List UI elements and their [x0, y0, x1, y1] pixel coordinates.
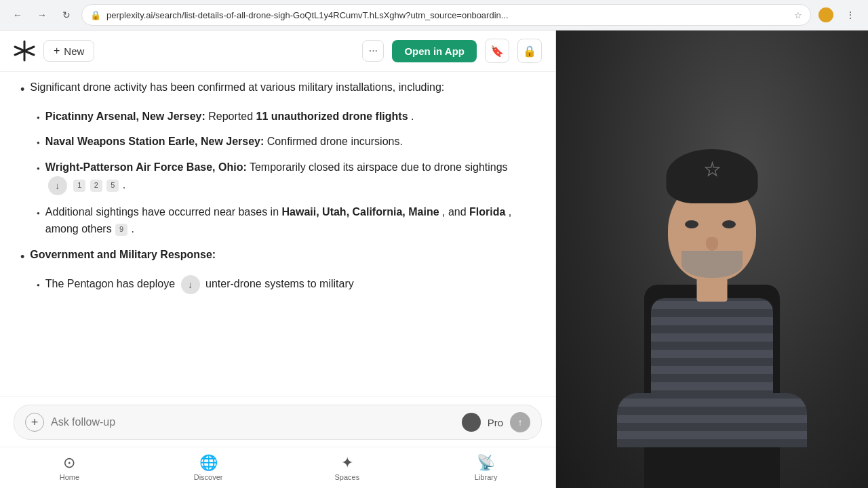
sub-bullet-1: ●	[37, 114, 40, 125]
wright-text: Wright-Patterson Air Force Base, Ohio: T…	[45, 159, 535, 195]
beard	[682, 251, 743, 278]
main-list: • Significant drone activity has been co…	[20, 79, 535, 100]
beanie-logo	[702, 159, 722, 180]
pentagon-post: unter-drone systems to military	[205, 278, 354, 289]
bottom-nav: ⊙ Home 🌐 Discover ✦ Spaces 📡 Library	[0, 447, 555, 488]
sub-bullet-3: ●	[37, 165, 40, 195]
discover-icon: 🌐	[199, 454, 218, 472]
discover-label: Discover	[194, 473, 223, 481]
browser-chrome: ← → ↻ 🔒 perplexity.ai/search/list-detail…	[0, 0, 868, 30]
refresh-button[interactable]: ↻	[57, 5, 76, 24]
additional-pre: Additional sightings have occurred near …	[45, 206, 282, 218]
additional-period: .	[132, 223, 134, 235]
person-beanie	[667, 149, 758, 203]
cite-5[interactable]: 5	[106, 180, 119, 192]
wright-desc: Temporarily closed its airspace due to d…	[250, 161, 508, 173]
wright-location: Wright-Patterson Air Force Base, Ohio:	[45, 161, 247, 173]
additional-text: Additional sightings have occurred near …	[45, 203, 535, 238]
picatinny-period: .	[411, 110, 414, 122]
video-content	[556, 30, 868, 488]
government-header: Government and Military Response:	[30, 246, 216, 267]
bullet-dot-gov: •	[20, 247, 24, 267]
cite-2[interactable]: 2	[90, 180, 102, 192]
list-item-wright: ● Wright-Patterson Air Force Base, Ohio:…	[37, 159, 535, 195]
additional-and: , and	[442, 206, 469, 218]
main-bullet-text: Significant drone activity has been conf…	[30, 79, 444, 100]
new-button[interactable]: + New	[43, 40, 94, 62]
naval-desc: Confirmed drone incursions.	[267, 136, 403, 147]
sub-bullet-5: ●	[37, 281, 40, 294]
list-item-main: • Significant drone activity has been co…	[20, 79, 535, 100]
pentagon-text: The Pentagon has deploye ↓ unter-drone s…	[45, 275, 354, 294]
nav-item-spaces[interactable]: ✦ Spaces	[278, 450, 417, 485]
picatinny-reported: Reported	[208, 110, 256, 122]
add-attachment-button[interactable]: +	[25, 413, 44, 432]
nav-item-library[interactable]: 📡 Library	[416, 450, 555, 485]
home-label: Home	[60, 473, 79, 481]
plus-icon: +	[54, 45, 60, 57]
list-item-additional: ● Additional sightings have occurred nea…	[37, 203, 535, 238]
bottom-bar: + Pro ↑	[0, 396, 555, 447]
wright-period: .	[123, 179, 125, 190]
library-label: Library	[475, 473, 498, 481]
main-layout: + New ··· Open in App 🔖 🔒 • Significant …	[0, 30, 868, 488]
list-item-pentagon: ● The Pentagon has deploye ↓ unter-drone…	[37, 275, 535, 294]
bullet-dot-main: •	[20, 80, 24, 100]
picatinny-location: Picatinny Arsenal, New Jersey:	[45, 110, 205, 122]
list-item-picatinny: ● Picatinny Arsenal, New Jersey: Reporte…	[37, 108, 535, 125]
address-text: perplexity.ai/search/list-details-of-all…	[106, 10, 789, 20]
app-panel: + New ··· Open in App 🔖 🔒 • Significant …	[0, 30, 556, 488]
ask-followup-input[interactable]	[51, 416, 455, 428]
sub-list: ● Picatinny Arsenal, New Jersey: Reporte…	[20, 108, 535, 238]
star-icon: ☆	[794, 10, 802, 20]
nav-item-discover[interactable]: 🌐 Discover	[139, 450, 278, 485]
sub-bullet-2: ●	[37, 139, 40, 150]
right-eye	[722, 220, 736, 228]
home-icon: ⊙	[63, 454, 75, 472]
naval-text: Naval Weapons Station Earle, New Jersey:…	[45, 133, 403, 150]
scroll-down-button-2[interactable]: ↓	[181, 275, 200, 294]
back-button[interactable]: ←	[8, 5, 27, 24]
perplexity-logo	[14, 40, 35, 62]
forward-button[interactable]: →	[33, 5, 52, 24]
picatinny-flights: 11 unauthorized drone flights	[256, 110, 408, 122]
government-list: • Government and Military Response:	[20, 246, 535, 267]
spaces-icon: ✦	[341, 454, 353, 472]
sub-bullet-4: ●	[37, 209, 40, 238]
bookmark-button[interactable]: 🔖	[485, 39, 509, 63]
menu-button[interactable]: ⋮	[841, 5, 860, 24]
app-header: + New ··· Open in App 🔖 🔒	[0, 30, 555, 72]
naval-location: Naval Weapons Station Earle, New Jersey:	[45, 136, 264, 147]
person-figure	[556, 30, 868, 488]
nav-bar: ← → ↻ 🔒 perplexity.ai/search/list-detail…	[0, 0, 868, 30]
cite-9[interactable]: 9	[115, 224, 127, 236]
logo-svg	[14, 40, 35, 62]
nav-item-home[interactable]: ⊙ Home	[0, 450, 139, 485]
video-panel	[556, 30, 868, 488]
library-icon: 📡	[477, 454, 495, 472]
pentagon-list: ● The Pentagon has deploye ↓ unter-drone…	[20, 275, 535, 294]
additional-states: Hawaii, Utah, California, Maine	[282, 206, 439, 218]
list-item-naval: ● Naval Weapons Station Earle, New Jerse…	[37, 133, 535, 150]
left-eye	[685, 220, 698, 228]
cite-1[interactable]: 1	[73, 180, 85, 192]
pentagon-pre: The Pentagon has deploye	[45, 278, 175, 289]
spaces-label: Spaces	[335, 473, 360, 481]
more-button[interactable]: ···	[362, 40, 384, 62]
picatinny-text: Picatinny Arsenal, New Jersey: Reported …	[45, 108, 414, 125]
content-area: • Significant drone activity has been co…	[0, 72, 555, 396]
input-row: + Pro ↑	[14, 405, 542, 440]
lock-button[interactable]: 🔒	[517, 39, 542, 63]
additional-florida: Florida	[469, 206, 505, 218]
list-item-government: • Government and Military Response:	[20, 246, 535, 267]
new-label: New	[64, 45, 84, 57]
open-app-button[interactable]: Open in App	[392, 40, 477, 62]
toggle-button[interactable]	[462, 413, 481, 432]
scroll-down-button[interactable]: ↓	[48, 176, 67, 195]
submit-button[interactable]: ↑	[510, 412, 530, 432]
address-bar[interactable]: 🔒 perplexity.ai/search/list-details-of-a…	[81, 4, 811, 26]
profile-button[interactable]	[816, 5, 835, 24]
pro-label: Pro	[488, 417, 503, 428]
nose	[706, 237, 718, 251]
shoulders	[617, 393, 807, 447]
